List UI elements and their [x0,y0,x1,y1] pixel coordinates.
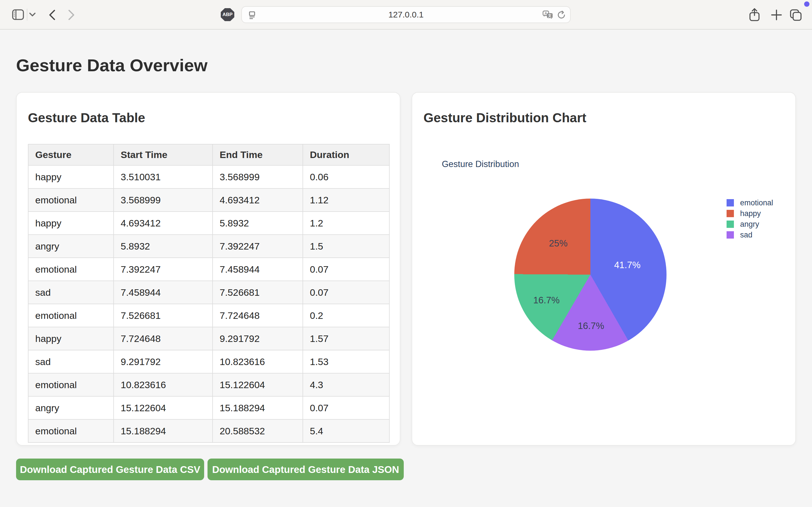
table-cell: emotional [28,419,114,443]
table-cell: 9.291792 [213,327,303,350]
table-cell: 7.526681 [213,281,303,304]
table-cell: 3.510031 [114,165,213,188]
back-icon[interactable] [49,10,56,20]
legend-label: emotional [740,199,773,207]
sidebar-toggle-icon[interactable] [12,9,24,20]
table-cell: 7.458944 [213,258,303,281]
table-header-row: GestureStart TimeEnd TimeDuration [28,144,389,165]
table-cell: 7.724648 [114,327,213,350]
table-row: sad9.29179210.8236161.53 [28,350,389,373]
legend-item-sad[interactable]: sad [726,230,773,240]
table-card-heading: Gesture Data Table [28,110,145,125]
legend-swatch [726,210,734,217]
table-cell: emotional [28,188,114,212]
table-cell: sad [28,350,114,373]
download-csv-button[interactable]: Download Captured Gesture Data CSV [16,459,204,480]
table-cell: 9.291792 [114,350,213,373]
table-cell: 4.3 [303,373,389,396]
forward-icon[interactable] [68,10,75,20]
tab-overview-icon[interactable] [788,8,803,22]
table-cell: 7.458944 [114,281,213,304]
download-buttons-row: Download Captured Gesture Data CSV Downl… [16,459,404,480]
legend-swatch [726,221,734,228]
table-cell: 7.392247 [114,258,213,281]
chart-title: Gesture Distribution [442,159,519,169]
pie-label-emotional: 41.7% [614,260,641,270]
table-cell: 1.2 [303,212,389,235]
browser-window: ABP 127.0.0.1 A 文 [0,0,812,507]
adblock-abp-badge[interactable]: ABP [221,8,234,21]
new-tab-icon[interactable] [770,9,783,21]
share-icon[interactable] [748,8,761,22]
table-cell: 3.568999 [213,165,303,188]
gesture-data-table: GestureStart TimeEnd TimeDuration happy3… [28,144,390,443]
table-cell: happy [28,327,114,350]
table-cell: 15.188294 [213,396,303,419]
column-header: Gesture [28,144,114,165]
table-cell: 15.122604 [213,373,303,396]
table-cell: 3.568999 [114,188,213,212]
address-bar[interactable]: 127.0.0.1 A 文 [241,6,571,23]
table-row: emotional15.18829420.5885325.4 [28,419,389,443]
table-cell: 15.188294 [114,419,213,443]
recording-indicator-dot [804,1,809,7]
pie-label-happy: 25% [549,238,567,249]
svg-text:A: A [545,11,547,15]
table-row: sad7.4589447.5266810.07 [28,281,389,304]
table-row: emotional10.82361615.1226044.3 [28,373,389,396]
svg-text:文: 文 [548,13,552,18]
legend-label: happy [740,209,761,218]
download-json-button[interactable]: Download Captured Gesture Data JSON [207,459,404,480]
legend-item-emotional[interactable]: emotional [726,198,773,208]
reload-icon[interactable] [557,10,566,20]
table-cell: 4.693412 [114,212,213,235]
pie-label-angry: 16.7% [533,295,560,305]
table-cell: 0.2 [303,304,389,327]
legend-label: angry [740,220,759,229]
column-header: Duration [303,144,389,165]
table-row: emotional7.3922477.4589440.07 [28,258,389,281]
table-cell: 7.392247 [213,235,303,258]
table-cell: angry [28,235,114,258]
table-cell: sad [28,281,114,304]
table-row: emotional7.5266817.7246480.2 [28,304,389,327]
table-cell: 1.12 [303,188,389,212]
table-row: angry15.12260415.1882940.07 [28,396,389,419]
table-cell: 5.4 [303,419,389,443]
table-row: happy4.6934125.89321.2 [28,212,389,235]
browser-toolbar: ABP 127.0.0.1 A 文 [0,0,812,30]
table-cell: 20.588532 [213,419,303,443]
table-cell: emotional [28,373,114,396]
page-title: Gesture Data Overview [16,55,207,75]
legend-item-happy[interactable]: happy [726,208,773,219]
gesture-table-card: Gesture Data Table GestureStart TimeEnd … [16,92,400,446]
table-cell: 1.53 [303,350,389,373]
legend-swatch [726,199,734,207]
gesture-chart-card: Gesture Distribution Chart Gesture Distr… [412,92,796,446]
url-text[interactable]: 127.0.0.1 [242,7,570,22]
table-cell: 5.8932 [213,212,303,235]
table-cell: 0.07 [303,258,389,281]
table-cell: 10.823616 [213,350,303,373]
chart-legend: emotionalhappyangrysad [726,198,773,240]
table-cell: emotional [28,304,114,327]
table-cell: 1.57 [303,327,389,350]
table-cell: 4.693412 [213,188,303,212]
table-cell: 0.06 [303,165,389,188]
table-row: happy3.5100313.5689990.06 [28,165,389,188]
table-row: emotional3.5689994.6934121.12 [28,188,389,212]
chart-card-heading: Gesture Distribution Chart [423,110,587,125]
table-row: happy7.7246489.2917921.57 [28,327,389,350]
translate-icon[interactable]: A 文 [543,10,554,20]
table-cell: happy [28,165,114,188]
column-header: Start Time [114,144,213,165]
table-cell: 7.526681 [114,304,213,327]
table-row: angry5.89327.3922471.5 [28,235,389,258]
table-cell: happy [28,212,114,235]
chevron-down-icon[interactable] [29,12,36,17]
table-cell: 0.07 [303,281,389,304]
legend-item-angry[interactable]: angry [726,219,773,230]
pie-label-sad: 16.7% [578,321,604,331]
legend-label: sad [740,231,753,239]
legend-swatch [726,231,734,238]
